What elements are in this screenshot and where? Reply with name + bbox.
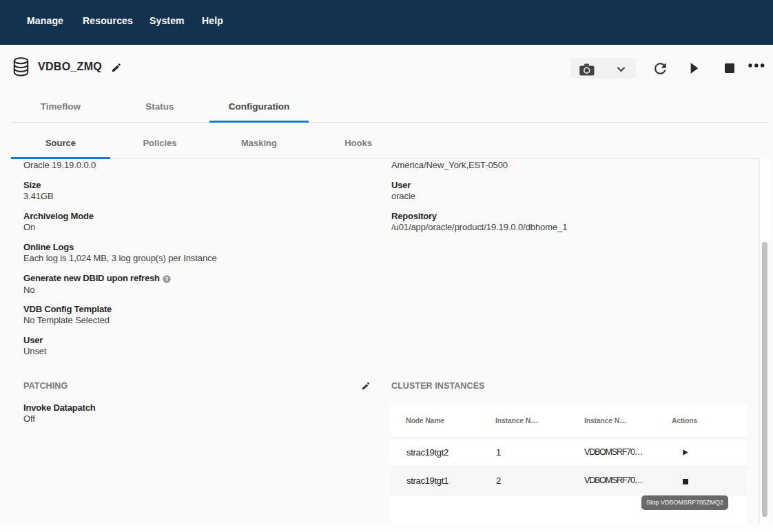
svg-text:?: ? (165, 276, 169, 283)
